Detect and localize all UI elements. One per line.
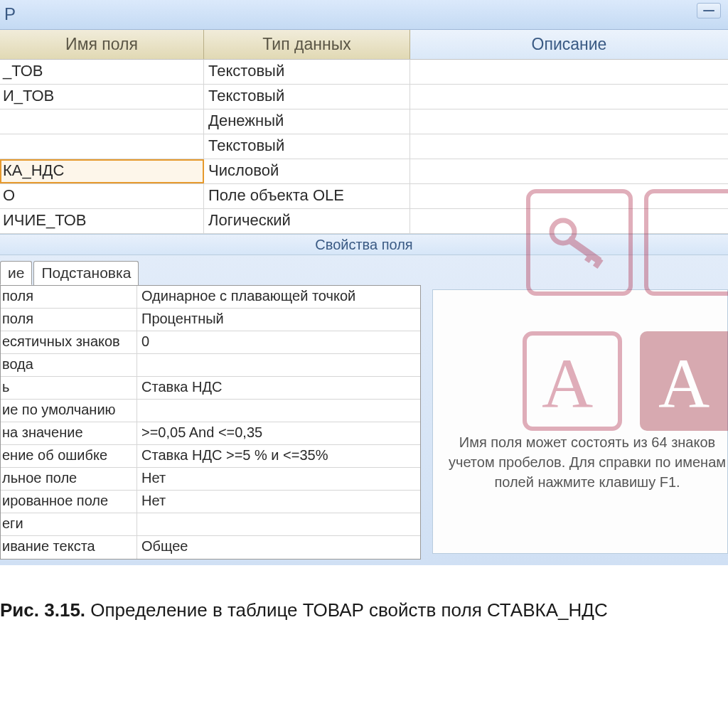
table-row[interactable]: _ТОВТекстовый — [0, 60, 728, 85]
property-row[interactable]: еги — [1, 513, 420, 536]
field-desc-cell[interactable] — [410, 60, 728, 84]
table-row[interactable]: ИЧИЕ_ТОВЛогический — [0, 209, 728, 234]
field-type-cell[interactable]: Поле объекта OLE — [204, 184, 410, 208]
field-name-cell[interactable]: ИЧИЕ_ТОВ — [0, 209, 204, 233]
field-name-cell[interactable]: КА_НДС — [0, 159, 204, 183]
property-row[interactable]: льное полеНет — [1, 468, 420, 491]
property-value[interactable]: Процентный — [137, 309, 420, 331]
fields-grid: _ТОВТекстовыйИ_ТОВТекстовыйДенежныйТекст… — [0, 60, 728, 234]
property-label: льное поле — [1, 468, 137, 490]
property-row[interactable]: ие по умолчанию — [1, 400, 420, 422]
table-row[interactable]: И_ТОВТекстовый — [0, 85, 728, 109]
field-desc-cell[interactable] — [410, 209, 728, 233]
field-desc-cell[interactable] — [410, 159, 728, 183]
lower-pane: ие Подстановка поляОдинарное с плавающей… — [0, 255, 728, 565]
property-row[interactable]: ение об ошибкеСтавка НДС >=5 % и <=35% — [1, 445, 420, 468]
properties-grid: поляОдинарное с плавающей точкойполяПроц… — [0, 285, 421, 560]
property-label: еги — [1, 513, 137, 535]
help-panel: Имя поля может состоять из 64 знаков уче… — [432, 289, 728, 554]
titlebar: Р – — [0, 0, 728, 30]
property-row[interactable]: ьСтавка НДС — [1, 377, 420, 400]
tab-lookup[interactable]: Подстановка — [33, 261, 139, 285]
field-name-cell[interactable]: О — [0, 184, 204, 208]
field-desc-cell[interactable] — [410, 134, 728, 159]
field-type-cell[interactable]: Денежный — [204, 109, 410, 134]
minimize-button[interactable]: – — [697, 3, 721, 18]
property-value[interactable]: Общее — [137, 536, 420, 559]
field-desc-cell[interactable] — [410, 184, 728, 208]
table-row[interactable]: КА_НДСЧисловой — [0, 159, 728, 184]
property-row[interactable]: поляОдинарное с плавающей точкой — [1, 286, 420, 309]
columns-header: Имя поля Тип данных Описание — [0, 30, 728, 60]
tabs: ие Подстановка — [0, 261, 421, 285]
properties-panel: ие Подстановка поляОдинарное с плавающей… — [0, 255, 427, 565]
section-separator: Свойства поля — [0, 234, 728, 255]
field-name-cell[interactable] — [0, 134, 204, 159]
caption-text: Определение в таблице ТОВАР свойств поля… — [85, 599, 608, 621]
field-type-cell[interactable]: Числовой — [204, 159, 410, 183]
field-type-cell[interactable]: Текстовый — [204, 134, 410, 159]
property-value[interactable]: Одинарное с плавающей точкой — [137, 286, 420, 308]
table-row[interactable]: Текстовый — [0, 134, 728, 159]
help-text: Имя поля может состоять из 64 знаков уче… — [447, 432, 727, 492]
property-label: поля — [1, 309, 137, 331]
property-value[interactable]: Ставка НДС — [137, 377, 420, 399]
property-label: поля — [1, 286, 137, 308]
property-row[interactable]: поляПроцентный — [1, 309, 420, 331]
property-label: есятичных знаков — [1, 331, 137, 353]
property-row[interactable]: ированное полеНет — [1, 491, 420, 513]
property-label: ивание текста — [1, 536, 137, 559]
field-name-cell[interactable]: _ТОВ — [0, 60, 204, 84]
property-value[interactable]: Ставка НДС >=5 % и <=35% — [137, 445, 420, 467]
tab-general[interactable]: ие — [0, 261, 32, 285]
property-value[interactable]: >=0,05 And <=0,35 — [137, 422, 420, 444]
property-value[interactable] — [137, 400, 420, 422]
field-type-cell[interactable]: Текстовый — [204, 60, 410, 84]
property-row[interactable]: на значение>=0,05 And <=0,35 — [1, 422, 420, 445]
col-header-name[interactable]: Имя поля — [0, 30, 204, 59]
col-header-desc[interactable]: Описание — [410, 30, 728, 59]
figure-caption: Рис. 3.15. Определение в таблице ТОВАР с… — [0, 565, 728, 627]
property-label: ие по умолчанию — [1, 400, 137, 422]
property-value[interactable]: Нет — [137, 491, 420, 513]
titlebar-text: Р — [4, 4, 16, 24]
caption-bold: Рис. 3.15. — [0, 599, 85, 621]
property-label: на значение — [1, 422, 137, 444]
field-desc-cell[interactable] — [410, 85, 728, 109]
property-value[interactable]: 0 — [137, 331, 420, 353]
field-name-cell[interactable]: И_ТОВ — [0, 85, 204, 109]
col-header-type[interactable]: Тип данных — [204, 30, 410, 59]
property-label: ение об ошибке — [1, 445, 137, 467]
property-row[interactable]: есятичных знаков0 — [1, 331, 420, 354]
table-row[interactable]: ОПоле объекта OLE — [0, 184, 728, 209]
property-label: ированное поле — [1, 491, 137, 513]
property-row[interactable]: ивание текстаОбщее — [1, 536, 420, 559]
property-row[interactable]: вода — [1, 354, 420, 377]
property-label: ь — [1, 377, 137, 399]
field-desc-cell[interactable] — [410, 109, 728, 134]
table-row[interactable]: Денежный — [0, 109, 728, 134]
property-value[interactable]: Нет — [137, 468, 420, 490]
property-value[interactable] — [137, 513, 420, 535]
field-name-cell[interactable] — [0, 109, 204, 134]
field-type-cell[interactable]: Текстовый — [204, 85, 410, 109]
property-value[interactable] — [137, 354, 420, 376]
field-type-cell[interactable]: Логический — [204, 209, 410, 233]
property-label: вода — [1, 354, 137, 376]
